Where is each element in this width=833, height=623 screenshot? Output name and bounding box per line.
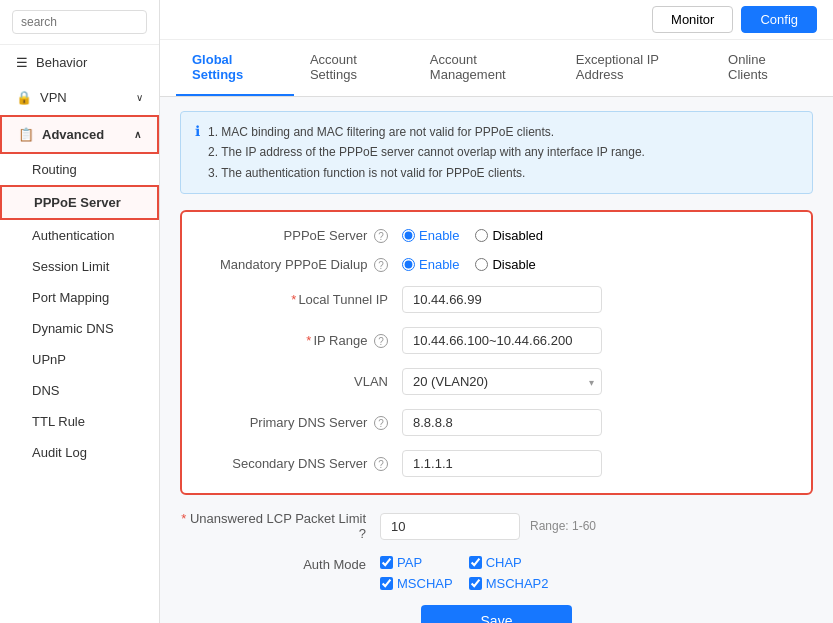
sidebar-item-label: VPN bbox=[40, 90, 67, 105]
config-button[interactable]: Config bbox=[741, 6, 817, 33]
sidebar-item-advanced[interactable]: 📋 Advanced ∧ bbox=[0, 115, 159, 154]
info-banner: ℹ 1. MAC binding and MAC filtering are n… bbox=[180, 111, 813, 194]
sidebar-item-label: Advanced bbox=[42, 127, 104, 142]
ip-range-input[interactable] bbox=[402, 327, 602, 354]
sidebar: ☰ Behavior 🔒 VPN ∨ 📋 Advanced ∧ Routing … bbox=[0, 0, 160, 623]
chevron-up-icon: ∧ bbox=[134, 129, 141, 140]
sidebar-item-session-limit[interactable]: Session Limit bbox=[0, 251, 159, 282]
save-button[interactable]: Save bbox=[421, 605, 573, 623]
sidebar-item-label: PPPoE Server bbox=[34, 195, 121, 210]
tunnel-ip-label: *Local Tunnel IP bbox=[202, 292, 402, 307]
chap-checkbox[interactable]: CHAP bbox=[469, 555, 549, 570]
mandatory-disable-radio[interactable]: Disable bbox=[475, 257, 535, 272]
tunnel-ip-input[interactable] bbox=[402, 286, 602, 313]
mandatory-dialup-help-icon[interactable]: ? bbox=[374, 258, 388, 272]
lcp-input[interactable] bbox=[380, 513, 520, 540]
auth-mode-label: Auth Mode bbox=[180, 555, 380, 572]
lcp-help-icon[interactable]: ? bbox=[359, 526, 366, 541]
pppoe-server-label: PPPoE Server ? bbox=[202, 228, 402, 243]
page-content: ℹ 1. MAC binding and MAC filtering are n… bbox=[160, 97, 833, 623]
lcp-range-text: Range: 1-60 bbox=[530, 519, 596, 533]
sidebar-item-dns[interactable]: DNS bbox=[0, 375, 159, 406]
sidebar-item-ttl-rule[interactable]: TTL Rule bbox=[0, 406, 159, 437]
sidebar-item-label: Behavior bbox=[36, 55, 87, 70]
topbar: Monitor Config bbox=[160, 0, 833, 40]
sidebar-item-label: DNS bbox=[32, 383, 59, 398]
info-line-1: 1. MAC binding and MAC filtering are not… bbox=[208, 122, 645, 142]
tab-exceptional-ip[interactable]: Exceptional IP Address bbox=[560, 40, 712, 96]
vlan-label: VLAN bbox=[202, 374, 402, 389]
sidebar-item-port-mapping[interactable]: Port Mapping bbox=[0, 282, 159, 313]
sidebar-search-wrapper bbox=[0, 0, 159, 45]
pap-checkbox[interactable]: PAP bbox=[380, 555, 453, 570]
tunnel-ip-row: *Local Tunnel IP bbox=[202, 286, 791, 313]
auth-mode-checkboxes: PAP CHAP MSCHAP MSCHAP2 bbox=[380, 555, 548, 591]
primary-dns-help-icon[interactable]: ? bbox=[374, 416, 388, 430]
main-content: Monitor Config Global Settings Account S… bbox=[160, 0, 833, 623]
sidebar-item-label: TTL Rule bbox=[32, 414, 85, 429]
ip-range-row: *IP Range ? bbox=[202, 327, 791, 354]
sidebar-item-label: Routing bbox=[32, 162, 77, 177]
sidebar-item-upnp[interactable]: UPnP bbox=[0, 344, 159, 375]
pppoe-server-enable-radio[interactable]: Enable bbox=[402, 228, 459, 243]
pppoe-server-disabled-radio[interactable]: Disabled bbox=[475, 228, 543, 243]
ip-range-help-icon[interactable]: ? bbox=[374, 334, 388, 348]
vpn-icon: 🔒 bbox=[16, 90, 32, 105]
tab-online-clients[interactable]: Online Clients bbox=[712, 40, 817, 96]
info-text: 1. MAC binding and MAC filtering are not… bbox=[208, 122, 645, 183]
search-input[interactable] bbox=[12, 10, 147, 34]
mandatory-dialup-label: Mandatory PPPoE Dialup ? bbox=[202, 257, 402, 272]
sidebar-item-pppoe[interactable]: PPPoE Server bbox=[0, 185, 159, 220]
save-row: Save bbox=[180, 605, 813, 623]
sidebar-item-behavior[interactable]: ☰ Behavior bbox=[0, 45, 159, 80]
monitor-button[interactable]: Monitor bbox=[652, 6, 733, 33]
primary-dns-input[interactable] bbox=[402, 409, 602, 436]
pppoe-server-help-icon[interactable]: ? bbox=[374, 229, 388, 243]
tab-global-settings[interactable]: Global Settings bbox=[176, 40, 294, 96]
sidebar-item-authentication[interactable]: Authentication bbox=[0, 220, 159, 251]
sidebar-item-label: Dynamic DNS bbox=[32, 321, 114, 336]
mschap2-checkbox[interactable]: MSCHAP2 bbox=[469, 576, 549, 591]
sidebar-item-audit-log[interactable]: Audit Log bbox=[0, 437, 159, 468]
primary-dns-label: Primary DNS Server ? bbox=[202, 415, 402, 430]
vlan-select-wrapper: 20 (VLAN20) ▾ bbox=[402, 368, 602, 395]
pppoe-server-radio-group: Enable Disabled bbox=[402, 228, 543, 243]
secondary-dns-help-icon[interactable]: ? bbox=[374, 457, 388, 471]
pppoe-server-row: PPPoE Server ? Enable Disabled bbox=[202, 228, 791, 243]
tab-account-management[interactable]: Account Management bbox=[414, 40, 560, 96]
sidebar-item-label: Port Mapping bbox=[32, 290, 109, 305]
mandatory-dialup-radio-group: Enable Disable bbox=[402, 257, 536, 272]
sidebar-item-vpn[interactable]: 🔒 VPN ∨ bbox=[0, 80, 159, 115]
sidebar-item-routing[interactable]: Routing bbox=[0, 154, 159, 185]
ip-range-label: *IP Range ? bbox=[202, 333, 402, 348]
chevron-down-icon: ∨ bbox=[136, 92, 143, 103]
info-line-2: 2. The IP address of the PPPoE server ca… bbox=[208, 142, 645, 162]
mandatory-dialup-row: Mandatory PPPoE Dialup ? Enable Disable bbox=[202, 257, 791, 272]
behavior-icon: ☰ bbox=[16, 55, 28, 70]
lcp-label: * Unanswered LCP Packet Limit ? bbox=[180, 511, 380, 541]
sidebar-item-dynamic-dns[interactable]: Dynamic DNS bbox=[0, 313, 159, 344]
vlan-select[interactable]: 20 (VLAN20) bbox=[402, 368, 602, 395]
lcp-row: * Unanswered LCP Packet Limit ? Range: 1… bbox=[180, 511, 813, 541]
sidebar-item-label: Authentication bbox=[32, 228, 114, 243]
secondary-dns-label: Secondary DNS Server ? bbox=[202, 456, 402, 471]
tabs-bar: Global Settings Account Settings Account… bbox=[160, 40, 833, 97]
vlan-row: VLAN 20 (VLAN20) ▾ bbox=[202, 368, 791, 395]
sidebar-item-label: Audit Log bbox=[32, 445, 87, 460]
sidebar-item-label: UPnP bbox=[32, 352, 66, 367]
secondary-dns-input[interactable] bbox=[402, 450, 602, 477]
tab-account-settings[interactable]: Account Settings bbox=[294, 40, 414, 96]
info-line-3: 3. The authentication function is not va… bbox=[208, 163, 645, 183]
advanced-icon: 📋 bbox=[18, 127, 34, 142]
mschap-checkbox[interactable]: MSCHAP bbox=[380, 576, 453, 591]
info-icon: ℹ bbox=[195, 123, 200, 183]
primary-dns-row: Primary DNS Server ? bbox=[202, 409, 791, 436]
mandatory-enable-radio[interactable]: Enable bbox=[402, 257, 459, 272]
pppoe-settings-box: PPPoE Server ? Enable Disabled bbox=[180, 210, 813, 495]
sidebar-item-label: Session Limit bbox=[32, 259, 109, 274]
secondary-dns-row: Secondary DNS Server ? bbox=[202, 450, 791, 477]
auth-mode-row: Auth Mode PAP CHAP MSCHAP MSCHAP2 bbox=[180, 555, 813, 591]
